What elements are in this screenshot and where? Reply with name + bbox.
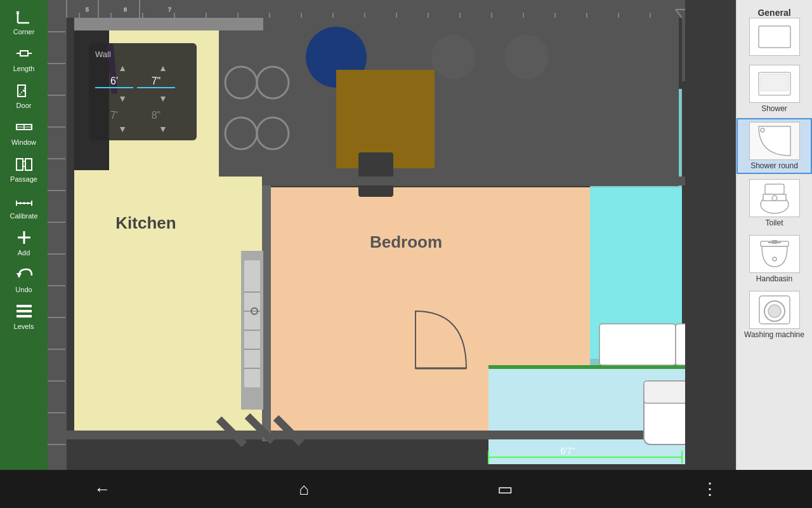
feet2-down-arrow[interactable]: ▼: [118, 124, 127, 134]
svg-rect-90: [488, 365, 685, 369]
levels-tool[interactable]: Levels: [0, 297, 48, 334]
levels-label: Levels: [14, 323, 34, 330]
svg-rect-25: [16, 315, 32, 318]
shower-round-icon-box: [749, 122, 800, 160]
svg-rect-130: [772, 240, 777, 244]
undo-tool[interactable]: Undo: [0, 260, 48, 297]
panel-general[interactable]: General: [737, 5, 812, 60]
svg-point-85: [431, 35, 476, 79]
svg-rect-92: [67, 431, 685, 439]
window-label: Window: [11, 138, 36, 146]
svg-point-136: [768, 305, 781, 318]
shower-round-label: Shower round: [750, 161, 798, 170]
door-tool[interactable]: Door: [0, 76, 48, 113]
shower-icon-box: [749, 65, 800, 103]
svg-text:5: 5: [86, 6, 89, 13]
panel-washing-machine[interactable]: Washing machine: [737, 288, 812, 342]
inches1-up-arrow[interactable]: ▲: [159, 63, 167, 73]
shower-label: Shower: [761, 104, 787, 113]
svg-rect-12: [16, 159, 23, 170]
add-label: Add: [18, 249, 30, 257]
svg-rect-93: [262, 178, 271, 441]
svg-marker-24: [16, 273, 22, 278]
svg-rect-104: [599, 324, 676, 365]
svg-rect-94: [262, 177, 685, 185]
right-panel: General Shower Shower round: [736, 0, 812, 470]
door-label: Door: [16, 102, 32, 109]
washing-machine-label: Washing machine: [744, 330, 804, 339]
length-tool[interactable]: Length: [0, 39, 48, 76]
svg-rect-27: [16, 305, 32, 307]
toilet-label: Toilet: [765, 218, 783, 227]
panel-toilet[interactable]: Toilet: [737, 177, 812, 230]
corner-tool[interactable]: Corner: [0, 3, 48, 39]
panel-handbasin[interactable]: Handbasin: [737, 232, 812, 286]
svg-rect-26: [16, 310, 32, 312]
svg-text:7: 7: [168, 6, 171, 13]
svg-rect-29: [67, 0, 685, 18]
svg-text:Bedroom: Bedroom: [370, 232, 442, 251]
handbasin-label: Handbasin: [756, 274, 792, 283]
svg-rect-108: [644, 381, 685, 403]
svg-text:6: 6: [124, 6, 127, 13]
svg-text:Kitchen: Kitchen: [115, 213, 176, 232]
svg-text:6'7": 6'7": [560, 446, 575, 456]
calibrate-tool[interactable]: Calibrate: [0, 187, 48, 224]
svg-rect-30: [48, 0, 67, 470]
undo-label: Undo: [15, 286, 32, 293]
svg-rect-121: [759, 26, 790, 48]
washing-machine-icon-box: [749, 291, 800, 329]
feet2-value: 7': [95, 110, 133, 121]
svg-rect-75: [67, 18, 74, 431]
feet1-value[interactable]: 6': [95, 76, 133, 88]
general-icon-box: [749, 18, 800, 56]
inches2-value: 8": [137, 110, 175, 121]
wall-popup-label: Wall: [95, 50, 190, 59]
wall-popup: Wall ▲ ▲ 6' 7" ▼ ▼ 7' 8" ▼ ▼: [89, 43, 197, 140]
svg-rect-76: [74, 18, 263, 30]
passage-label: Passage: [10, 175, 37, 183]
corner-label: Corner: [13, 28, 35, 36]
svg-rect-123: [761, 74, 789, 91]
panel-shower-round[interactable]: Shower round: [737, 118, 812, 174]
bottom-bar: ← ⌂ ▭ ⋮: [0, 470, 812, 508]
window-tool[interactable]: Window: [0, 113, 48, 150]
svg-rect-79: [219, 30, 301, 177]
panel-shower[interactable]: Shower: [737, 62, 812, 116]
menu-button[interactable]: ⋮: [683, 474, 737, 504]
length-label: Length: [13, 65, 35, 72]
handbasin-icon-box: [749, 235, 800, 273]
passage-tool[interactable]: Passage: [0, 150, 48, 187]
svg-rect-4: [20, 51, 28, 56]
feet1-up-arrow[interactable]: ▲: [118, 63, 127, 73]
general-title: General: [757, 8, 790, 18]
svg-rect-105: [676, 324, 685, 365]
svg-point-86: [504, 35, 549, 79]
back-button[interactable]: ←: [75, 474, 129, 504]
add-tool[interactable]: Add: [0, 224, 48, 260]
svg-rect-89: [682, 18, 685, 81]
home-button[interactable]: ⌂: [280, 474, 328, 504]
svg-rect-125: [765, 184, 784, 194]
inches2-down-arrow[interactable]: ▼: [159, 124, 167, 134]
calibrate-label: Calibrate: [10, 212, 37, 220]
inches1-value[interactable]: 7": [137, 76, 175, 88]
recent-button[interactable]: ▭: [478, 474, 532, 504]
feet1-down-arrow[interactable]: ▼: [118, 93, 127, 104]
inches1-down-arrow[interactable]: ▼: [159, 93, 167, 104]
svg-rect-13: [25, 159, 32, 170]
canvas-area[interactable]: 5 6 7: [48, 0, 736, 470]
toilet-icon-box: [749, 179, 800, 217]
svg-rect-88: [358, 152, 393, 197]
left-toolbar: Corner Length Door Window Pas: [0, 0, 48, 470]
svg-point-8: [23, 90, 25, 92]
